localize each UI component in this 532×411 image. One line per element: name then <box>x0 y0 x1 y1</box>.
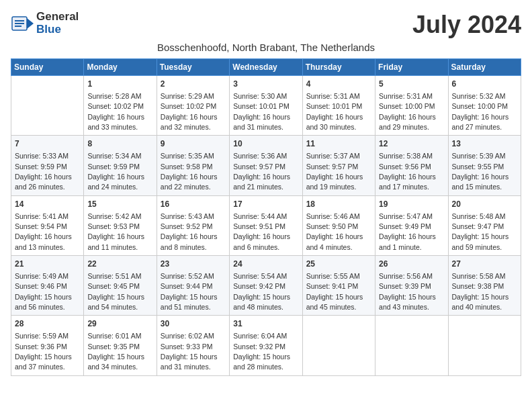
calendar-cell: 6 Sunrise: 5:32 AMSunset: 10:00 PMDaylig… <box>448 76 521 136</box>
calendar-cell: 17 Sunrise: 5:44 AMSunset: 9:51 PMDaylig… <box>230 195 302 255</box>
calendar-cell: 9 Sunrise: 5:35 AMSunset: 9:58 PMDayligh… <box>157 136 229 195</box>
day-number: 14 <box>15 199 80 210</box>
day-info: Sunrise: 5:51 AMSunset: 9:45 PMDaylight:… <box>87 272 144 311</box>
day-number: 2 <box>161 79 226 90</box>
day-number: 4 <box>306 79 371 90</box>
day-number: 5 <box>379 79 444 90</box>
day-number: 9 <box>161 138 226 150</box>
day-info: Sunrise: 6:02 AMSunset: 9:33 PMDaylight:… <box>161 332 218 371</box>
weekday-header-monday: Monday <box>84 59 157 76</box>
day-info: Sunrise: 5:34 AMSunset: 9:59 PMDaylight:… <box>87 152 144 191</box>
calendar-cell: 21 Sunrise: 5:49 AMSunset: 9:46 PMDaylig… <box>11 256 84 316</box>
day-number: 29 <box>87 318 152 330</box>
day-info: Sunrise: 5:55 AMSunset: 9:41 PMDaylight:… <box>306 272 363 311</box>
day-number: 21 <box>15 259 80 270</box>
day-info: Sunrise: 5:39 AMSunset: 9:55 PMDaylight:… <box>452 152 509 191</box>
day-number: 17 <box>233 199 298 210</box>
calendar-cell <box>448 316 521 375</box>
calendar-cell: 30 Sunrise: 6:02 AMSunset: 9:33 PMDaylig… <box>157 316 229 375</box>
calendar-cell: 7 Sunrise: 5:33 AMSunset: 9:59 PMDayligh… <box>11 136 84 195</box>
day-number: 31 <box>233 318 298 330</box>
calendar-cell: 26 Sunrise: 5:56 AMSunset: 9:39 PMDaylig… <box>375 256 448 316</box>
calendar-table: SundayMondayTuesdayWednesdayThursdayFrid… <box>11 58 521 376</box>
calendar-cell: 28 Sunrise: 5:59 AMSunset: 9:36 PMDaylig… <box>11 316 84 375</box>
day-number: 20 <box>452 199 517 210</box>
logo-general: General <box>36 11 79 24</box>
day-info: Sunrise: 5:52 AMSunset: 9:44 PMDaylight:… <box>161 272 218 311</box>
day-info: Sunrise: 5:47 AMSunset: 9:49 PMDaylight:… <box>379 212 436 251</box>
day-info: Sunrise: 5:48 AMSunset: 9:47 PMDaylight:… <box>452 212 509 251</box>
day-number: 25 <box>306 259 371 270</box>
day-info: Sunrise: 5:54 AMSunset: 9:42 PMDaylight:… <box>233 272 290 311</box>
day-info: Sunrise: 5:38 AMSunset: 9:56 PMDaylight:… <box>379 152 436 191</box>
day-info: Sunrise: 5:43 AMSunset: 9:52 PMDaylight:… <box>161 212 218 251</box>
day-info: Sunrise: 5:44 AMSunset: 9:51 PMDaylight:… <box>233 212 290 251</box>
calendar-cell: 16 Sunrise: 5:43 AMSunset: 9:52 PMDaylig… <box>157 195 229 255</box>
calendar-cell: 31 Sunrise: 6:04 AMSunset: 9:32 PMDaylig… <box>230 316 302 375</box>
calendar-cell: 3 Sunrise: 5:30 AMSunset: 10:01 PMDaylig… <box>230 76 302 136</box>
day-number: 6 <box>452 79 517 90</box>
calendar-cell <box>11 76 84 136</box>
weekday-header-friday: Friday <box>375 59 448 76</box>
logo: General Blue <box>11 11 79 36</box>
day-number: 7 <box>15 138 80 150</box>
day-number: 1 <box>87 79 152 90</box>
day-number: 13 <box>452 138 517 150</box>
day-number: 15 <box>87 199 152 210</box>
day-number: 10 <box>233 138 298 150</box>
weekday-header-wednesday: Wednesday <box>230 59 302 76</box>
calendar-cell: 1 Sunrise: 5:28 AMSunset: 10:02 PMDaylig… <box>84 76 157 136</box>
calendar-cell: 12 Sunrise: 5:38 AMSunset: 9:56 PMDaylig… <box>375 136 448 195</box>
calendar-cell: 27 Sunrise: 5:58 AMSunset: 9:38 PMDaylig… <box>448 256 521 316</box>
day-info: Sunrise: 5:29 AMSunset: 10:02 PMDaylight… <box>161 92 218 131</box>
month-title: July 2024 <box>412 11 521 39</box>
day-number: 24 <box>233 259 298 270</box>
weekday-header-thursday: Thursday <box>302 59 375 76</box>
day-info: Sunrise: 5:30 AMSunset: 10:01 PMDaylight… <box>233 92 290 131</box>
day-number: 28 <box>15 318 80 330</box>
day-info: Sunrise: 5:31 AMSunset: 10:00 PMDaylight… <box>379 92 436 131</box>
day-info: Sunrise: 6:04 AMSunset: 9:32 PMDaylight:… <box>233 332 290 371</box>
logo-blue: Blue <box>36 24 79 36</box>
day-info: Sunrise: 5:58 AMSunset: 9:38 PMDaylight:… <box>452 272 509 311</box>
day-info: Sunrise: 5:59 AMSunset: 9:36 PMDaylight:… <box>15 332 72 371</box>
day-info: Sunrise: 5:46 AMSunset: 9:50 PMDaylight:… <box>306 212 363 251</box>
day-number: 3 <box>233 79 298 90</box>
day-number: 19 <box>379 199 444 210</box>
calendar-cell <box>375 316 448 375</box>
calendar-cell: 20 Sunrise: 5:48 AMSunset: 9:47 PMDaylig… <box>448 195 521 255</box>
calendar-cell: 25 Sunrise: 5:55 AMSunset: 9:41 PMDaylig… <box>302 256 375 316</box>
calendar-cell: 13 Sunrise: 5:39 AMSunset: 9:55 PMDaylig… <box>448 136 521 195</box>
day-info: Sunrise: 5:41 AMSunset: 9:54 PMDaylight:… <box>15 212 72 251</box>
calendar-cell: 2 Sunrise: 5:29 AMSunset: 10:02 PMDaylig… <box>157 76 229 136</box>
day-info: Sunrise: 5:37 AMSunset: 9:57 PMDaylight:… <box>306 152 363 191</box>
day-number: 23 <box>161 259 226 270</box>
day-info: Sunrise: 6:01 AMSunset: 9:35 PMDaylight:… <box>87 332 144 371</box>
weekday-header-saturday: Saturday <box>448 59 521 76</box>
location-title: Bosschenhoofd, North Brabant, The Nether… <box>11 42 521 53</box>
calendar-cell: 8 Sunrise: 5:34 AMSunset: 9:59 PMDayligh… <box>84 136 157 195</box>
calendar-cell: 4 Sunrise: 5:31 AMSunset: 10:01 PMDaylig… <box>302 76 375 136</box>
day-number: 30 <box>161 318 226 330</box>
calendar-cell: 29 Sunrise: 6:01 AMSunset: 9:35 PMDaylig… <box>84 316 157 375</box>
calendar-cell: 14 Sunrise: 5:41 AMSunset: 9:54 PMDaylig… <box>11 195 84 255</box>
day-number: 22 <box>87 259 152 270</box>
day-info: Sunrise: 5:32 AMSunset: 10:00 PMDaylight… <box>452 92 509 131</box>
day-info: Sunrise: 5:49 AMSunset: 9:46 PMDaylight:… <box>15 272 72 311</box>
calendar-cell: 24 Sunrise: 5:54 AMSunset: 9:42 PMDaylig… <box>230 256 302 316</box>
day-info: Sunrise: 5:31 AMSunset: 10:01 PMDaylight… <box>306 92 363 131</box>
calendar-cell: 5 Sunrise: 5:31 AMSunset: 10:00 PMDaylig… <box>375 76 448 136</box>
calendar-cell <box>302 316 375 375</box>
calendar-cell: 11 Sunrise: 5:37 AMSunset: 9:57 PMDaylig… <box>302 136 375 195</box>
day-number: 18 <box>306 199 371 210</box>
calendar-cell: 22 Sunrise: 5:51 AMSunset: 9:45 PMDaylig… <box>84 256 157 316</box>
weekday-header-sunday: Sunday <box>11 59 84 76</box>
day-info: Sunrise: 5:35 AMSunset: 9:58 PMDaylight:… <box>161 152 218 191</box>
calendar-cell: 18 Sunrise: 5:46 AMSunset: 9:50 PMDaylig… <box>302 195 375 255</box>
day-number: 26 <box>379 259 444 270</box>
day-info: Sunrise: 5:28 AMSunset: 10:02 PMDaylight… <box>87 92 144 131</box>
calendar-cell: 23 Sunrise: 5:52 AMSunset: 9:44 PMDaylig… <box>157 256 229 316</box>
day-info: Sunrise: 5:33 AMSunset: 9:59 PMDaylight:… <box>15 152 72 191</box>
svg-marker-1 <box>27 18 34 29</box>
day-number: 8 <box>87 138 152 150</box>
